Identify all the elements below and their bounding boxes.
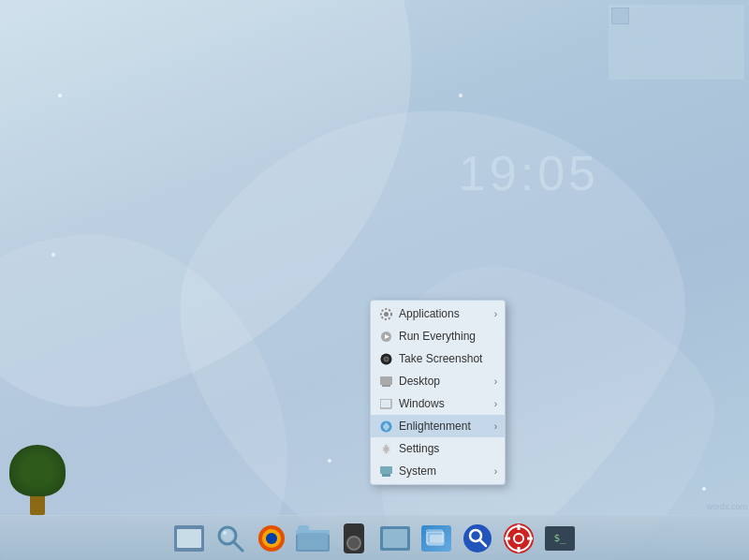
system-label: System [399,464,491,478]
taskbar: $_ [0,515,749,560]
ipod-icon [344,523,364,553]
monitor-left-icon [174,525,204,552]
taskbar-icon-search[interactable] [460,521,495,556]
taskbar-icon-terminal[interactable]: $_ [542,521,578,556]
svg-point-18 [223,531,227,535]
taskbar-icon-magnifier[interactable] [213,521,248,556]
applications-label: Applications [399,307,491,320]
cal-cell[interactable] [668,25,685,42]
cal-cell[interactable] [649,7,667,24]
settings-icon [378,441,393,456]
cal-cell[interactable] [705,25,723,42]
taskbar-icon-folder[interactable] [295,521,330,556]
cal-cell[interactable] [724,25,742,42]
cal-cell[interactable] [611,7,629,24]
cal-cell[interactable] [630,60,648,77]
menu-item-applications[interactable]: Applications › [371,302,505,325]
cal-cell[interactable] [686,60,704,77]
svg-rect-14 [382,474,390,477]
cal-cell[interactable] [630,7,648,24]
cal-cell[interactable] [705,7,723,24]
firefox-icon [256,523,287,554]
cal-cell[interactable] [724,60,742,77]
magnifier-icon [215,523,245,553]
gear-icon [378,306,393,321]
calendar-widget[interactable] [609,5,744,80]
star-6 [459,94,463,97]
enlightenment-icon [378,419,393,434]
taskbar-icon-lifesaver[interactable] [501,521,536,556]
desktop-label: Desktop [399,375,491,388]
cal-cell[interactable] [668,60,685,77]
windows-icon [378,396,393,411]
screenshot-icon [378,351,393,366]
cal-cell[interactable] [705,43,723,60]
menu-item-windows[interactable]: Windows › [371,392,505,415]
search-icon [462,523,493,554]
system-icon [378,464,393,479]
cal-cell[interactable] [611,25,629,42]
take-screenshot-label: Take Screenshot [399,352,497,365]
star-5 [702,487,706,491]
cal-cell[interactable] [668,7,685,24]
virtualbox-icon [421,525,451,552]
taskbar-icon-virtualbox[interactable] [419,521,454,556]
settings-label: Settings [399,442,497,455]
cal-cell[interactable] [649,60,667,77]
svg-point-6 [385,358,388,361]
svg-line-17 [234,542,242,551]
folder-icon [296,523,330,553]
cal-cell[interactable] [649,25,667,42]
screen-icon [380,526,410,551]
terminal-icon: $_ [545,526,575,551]
svg-rect-8 [382,385,390,387]
cal-cell[interactable] [686,43,704,60]
cal-cell[interactable] [724,7,742,24]
cal-cell[interactable] [686,25,704,42]
menu-item-run-everything[interactable]: Run Everything [371,325,505,347]
context-menu[interactable]: Applications › Run Everything Take Scree… [370,300,506,485]
cal-cell[interactable] [705,60,723,77]
svg-rect-13 [380,466,392,474]
desktop-icon [378,374,393,389]
svg-point-34 [515,535,522,542]
star-3 [328,459,331,463]
clock: 19:05 [459,145,599,201]
star-1 [58,94,62,97]
tree-top [9,445,66,496]
svg-rect-10 [382,401,389,406]
cal-cell[interactable] [724,43,742,60]
enlightenment-label: Enlightenment [399,420,491,433]
menu-item-settings[interactable]: Settings [371,437,505,460]
star-2 [51,253,55,257]
menu-item-desktop[interactable]: Desktop › [371,370,505,392]
taskbar-icon-ipod[interactable] [336,521,372,556]
cal-cell[interactable] [611,43,629,60]
menu-item-enlightenment[interactable]: Enlightenment › [371,415,505,437]
taskbar-icon-firefox[interactable] [254,521,289,556]
windows-arrow: › [494,399,497,409]
svg-rect-24 [298,525,309,532]
svg-point-29 [463,524,492,553]
svg-rect-28 [426,530,443,543]
lifesaver-icon [503,523,535,554]
menu-item-take-screenshot[interactable]: Take Screenshot [371,347,505,370]
cal-cell[interactable] [686,7,704,24]
screen-inner [383,529,407,548]
system-arrow: › [494,466,497,477]
taskbar-icon-screen[interactable] [377,521,413,556]
desktop-arrow: › [494,376,497,387]
cal-cell[interactable] [611,60,629,77]
svg-point-21 [266,533,277,544]
cal-cell[interactable] [630,43,648,60]
svg-point-0 [384,312,389,317]
run-icon [378,329,393,344]
cal-cell[interactable] [649,43,667,60]
applications-arrow: › [494,309,497,319]
watermark: words.com [706,502,747,511]
cal-cell[interactable] [668,43,685,60]
cal-cell[interactable] [630,25,648,42]
menu-item-system[interactable]: System › [371,460,505,482]
windows-label: Windows [399,397,491,410]
taskbar-icon-monitor-left[interactable] [171,521,207,556]
